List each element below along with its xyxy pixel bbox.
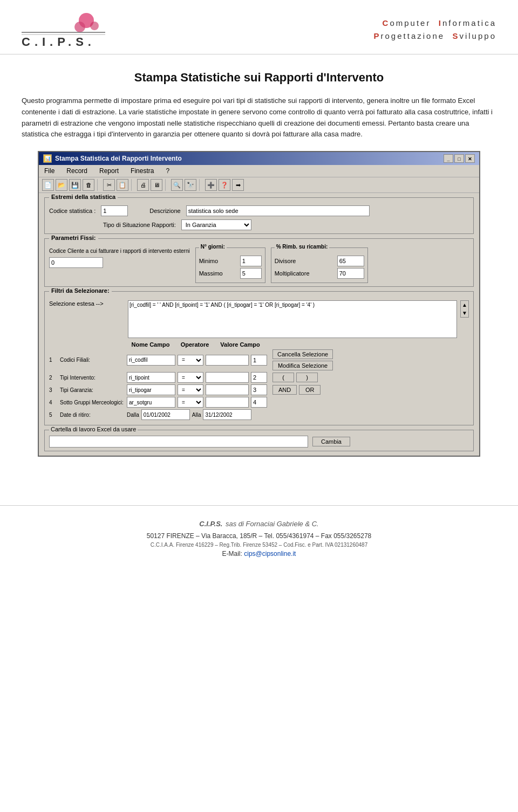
toolbar-copy[interactable]: 📋: [117, 179, 128, 191]
row1-op[interactable]: =: [178, 355, 203, 366]
row2-rightnum[interactable]: [251, 372, 267, 383]
excel-path-input[interactable]: [49, 436, 308, 448]
moltiplicatore-row: Moltiplicatore: [275, 268, 364, 279]
logo-area: C.I.P.S.: [22, 11, 108, 49]
footer-email: E-Mail: cips@cipsonline.it: [22, 550, 496, 558]
divisore-input[interactable]: [337, 256, 364, 266]
row1-name: Codici Filiali:: [60, 357, 125, 363]
moltiplicatore-input[interactable]: [337, 268, 364, 279]
row3-val[interactable]: [206, 384, 249, 395]
toolbar-arrow[interactable]: ➡: [232, 179, 244, 191]
tipo-label: Tipo di Situazione Rapporti:: [103, 222, 176, 228]
cancella-selezione-btn[interactable]: Cancella Selezione: [272, 349, 333, 359]
row2-val[interactable]: [206, 372, 249, 383]
minimize-button[interactable]: _: [444, 154, 453, 163]
sel-row-1: 1 Codici Filiali: = Cancella Selezione M…: [49, 349, 469, 370]
toolbar-search[interactable]: 🔍: [171, 179, 183, 191]
row4-num: 4: [49, 400, 58, 405]
menu-report[interactable]: Report: [97, 166, 121, 176]
logo-icon: C.I.P.S.: [22, 11, 108, 49]
cambia-btn[interactable]: Cambia: [312, 437, 350, 446]
row4-rightnum[interactable]: [251, 397, 267, 408]
row1-campo[interactable]: [127, 355, 175, 366]
row4-campo[interactable]: [127, 397, 175, 408]
descrizione-label: Descrizione: [149, 208, 180, 214]
toolbar-save[interactable]: 💾: [69, 179, 81, 191]
toolbar: 📄 📂 💾 🗑 ✂ 📋 🖨 🖥 🔍 🔭 ➕ ❓ ➡: [39, 177, 479, 193]
filtri-query: [ri_codfil] = ' ' AND [ri_tipoint] = '1'…: [128, 300, 457, 338]
row3-op[interactable]: =: [178, 384, 203, 395]
row2-op[interactable]: =: [178, 372, 203, 383]
row5-num: 5: [49, 412, 58, 418]
toolbar-sep1: [97, 179, 100, 191]
dialog-window: 📊 Stampa Statistica dei Rapporti Interve…: [38, 151, 480, 457]
page-title: Stampa Statistiche sui Rapporti d'Interv…: [22, 71, 496, 85]
parametri-right: N° giorni: Minimo Massimo: [195, 247, 469, 283]
estremi-title: Estremi della statistica: [49, 194, 118, 200]
row4-op[interactable]: =: [178, 397, 203, 408]
dialog-body: Estremi della statistica Codice statisti…: [39, 193, 479, 456]
svg-point-2: [90, 22, 99, 30]
selezione-label: Selezione estesa -->: [49, 300, 104, 307]
close-paren-btn[interactable]: ): [296, 373, 318, 382]
close-button[interactable]: ✕: [465, 154, 475, 163]
massimo-label: Massimo: [199, 270, 223, 277]
alla-input[interactable]: [203, 409, 251, 420]
and-btn[interactable]: AND: [272, 385, 297, 395]
modifica-selezione-btn[interactable]: Modifica Selezione: [272, 361, 333, 370]
or-btn[interactable]: OR: [299, 385, 321, 395]
row5-name: Date di ritiro:: [60, 412, 125, 418]
descrizione-input[interactable]: [186, 205, 370, 216]
toolbar-sep4: [199, 179, 202, 191]
toolbar-binoculars[interactable]: 🔭: [185, 179, 196, 191]
row2-campo[interactable]: [127, 372, 175, 383]
dialog-controls[interactable]: _ □ ✕: [444, 154, 475, 163]
codice-cliente-input[interactable]: [49, 257, 103, 268]
toolbar-preview[interactable]: 🖥: [151, 179, 162, 191]
tipo-select[interactable]: In Garanzia Tutti Fuori Garanzia: [181, 219, 251, 230]
toolbar-delete[interactable]: 🗑: [83, 179, 94, 191]
codice-cliente-label: Codice Cliente a cui fatturare i rapport…: [49, 247, 190, 255]
tipo-row: Tipo di Situazione Rapporti: In Garanzia…: [49, 219, 469, 230]
menu-finestra[interactable]: Finestra: [128, 166, 156, 176]
estremi-row1: Codice statistica : Descrizione: [49, 205, 469, 216]
filtri-scrollbar[interactable]: ▲ ▼: [460, 300, 469, 318]
selection-table: Nome Campo Operatore Valore Campo 1 Codi…: [49, 341, 469, 420]
row4-val[interactable]: [206, 397, 249, 408]
sel-row-2: 2 Tipi Intervento: = ( ): [49, 372, 469, 383]
row1-val[interactable]: [206, 355, 249, 366]
menu-record[interactable]: Record: [64, 166, 90, 176]
menu-help[interactable]: ?: [163, 166, 172, 176]
row1-rightnum[interactable]: [251, 355, 267, 366]
filtri-left: Selezione estesa -->: [49, 300, 125, 307]
toolbar-plus[interactable]: ➕: [205, 179, 217, 191]
footer-email-link[interactable]: cips@cipsonline.it: [244, 550, 296, 558]
row3-campo[interactable]: [127, 384, 175, 395]
sel-row-4: 4 Sotto Gruppi Merceologici: =: [49, 397, 469, 408]
parametri-section: Parametri Fissi: Codice Cliente a cui fa…: [44, 238, 474, 287]
dalla-input[interactable]: [141, 409, 190, 420]
open-paren-btn[interactable]: (: [272, 373, 294, 382]
footer: C.I.P.S. sas di Fornaciai Gabriele & C. …: [0, 505, 518, 568]
footer-company: C.I.P.S. sas di Fornaciai Gabriele & C.: [22, 517, 496, 529]
giorni-box: N° giorni: Minimo Massimo: [195, 247, 265, 283]
minimo-input[interactable]: [240, 256, 262, 266]
toolbar-cut[interactable]: ✂: [103, 179, 115, 191]
moltiplicatore-label: Moltiplicatore: [275, 270, 310, 277]
excel-row: Cambia: [49, 436, 469, 448]
toolbar-open[interactable]: 📂: [56, 179, 67, 191]
dialog-titlebar: 📊 Stampa Statistica dei Rapporti Interve…: [39, 152, 479, 165]
maximize-button[interactable]: □: [454, 154, 464, 163]
dalla-label: Dalla: [127, 412, 139, 418]
row2-name: Tipi Intervento:: [60, 375, 125, 381]
toolbar-question[interactable]: ❓: [219, 179, 230, 191]
toolbar-new[interactable]: 📄: [42, 179, 54, 191]
row4-name: Sotto Gruppi Merceologici:: [60, 400, 125, 405]
massimo-input[interactable]: [240, 268, 262, 279]
toolbar-print[interactable]: 🖨: [137, 179, 149, 191]
rimb-title: % Rimb. su ricambi:: [275, 244, 330, 250]
menu-file[interactable]: File: [42, 166, 57, 176]
codice-input[interactable]: [101, 205, 128, 216]
giorni-title: N° giorni:: [199, 244, 227, 250]
row3-rightnum[interactable]: [251, 384, 267, 395]
